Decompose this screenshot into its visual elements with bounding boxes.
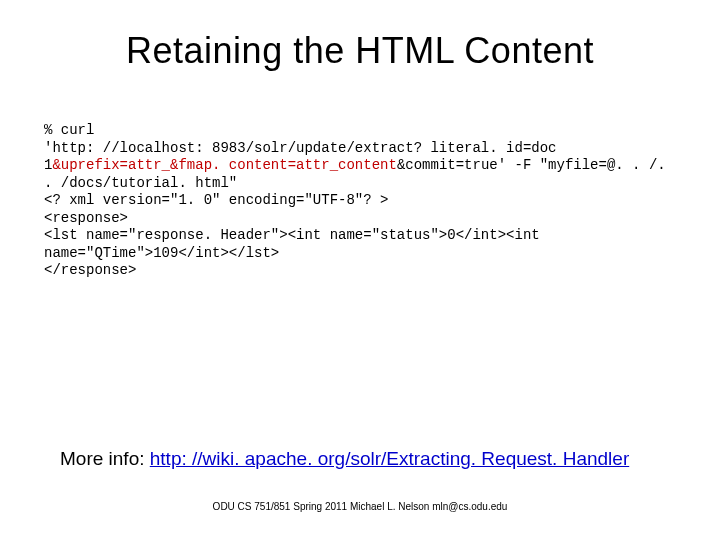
- code-line: </response>: [44, 262, 680, 280]
- code-block: % curl 'http: //localhost: 8983/solr/upd…: [44, 122, 680, 280]
- more-info: More info: http: //wiki. apache. org/sol…: [60, 448, 629, 470]
- code-line: 'http: //localhost: 8983/solr/update/ext…: [44, 140, 680, 193]
- code-line: <lst name="response. Header"><int name="…: [44, 227, 680, 262]
- code-line: <response>: [44, 210, 680, 228]
- slide: Retaining the HTML Content % curl 'http:…: [0, 0, 720, 540]
- page-title: Retaining the HTML Content: [40, 30, 680, 72]
- more-info-link[interactable]: http: //wiki. apache. org/solr/Extractin…: [150, 448, 629, 469]
- code-line: % curl: [44, 122, 680, 140]
- footer-text: ODU CS 751/851 Spring 2011 Michael L. Ne…: [0, 501, 720, 512]
- code-line: <? xml version="1. 0" encoding="UTF-8"? …: [44, 192, 680, 210]
- more-info-label: More info:: [60, 448, 150, 469]
- code-highlight: &uprefix=attr_&fmap. content=attr_conten…: [52, 157, 396, 173]
